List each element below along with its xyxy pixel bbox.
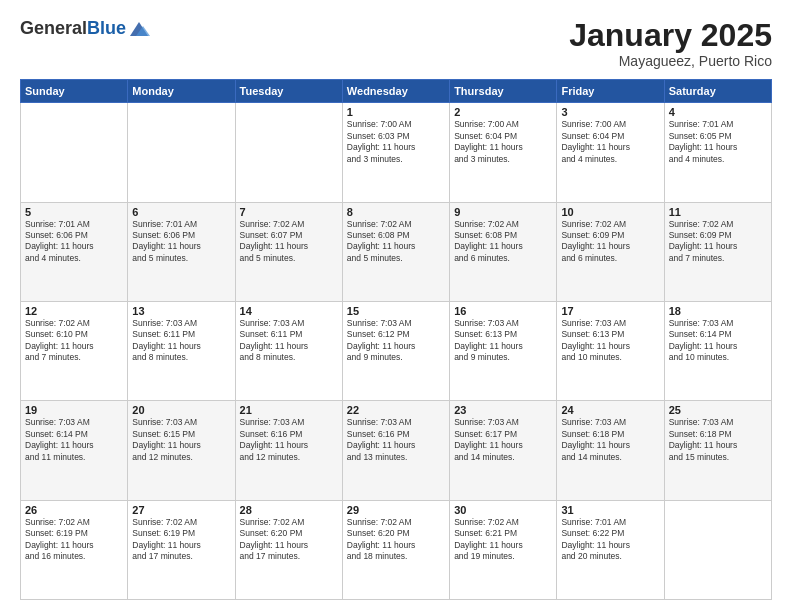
day-cell: 15Sunrise: 7:03 AM Sunset: 6:12 PM Dayli… [342, 301, 449, 400]
weekday-header-wednesday: Wednesday [342, 80, 449, 103]
day-info: Sunrise: 7:03 AM Sunset: 6:13 PM Dayligh… [561, 318, 659, 364]
location: Mayagueez, Puerto Rico [569, 53, 772, 69]
day-number: 1 [347, 106, 445, 118]
day-cell: 20Sunrise: 7:03 AM Sunset: 6:15 PM Dayli… [128, 401, 235, 500]
weekday-header-monday: Monday [128, 80, 235, 103]
day-cell: 14Sunrise: 7:03 AM Sunset: 6:11 PM Dayli… [235, 301, 342, 400]
day-cell: 13Sunrise: 7:03 AM Sunset: 6:11 PM Dayli… [128, 301, 235, 400]
day-number: 22 [347, 404, 445, 416]
page: GeneralBlue January 2025 Mayagueez, Puer… [0, 0, 792, 612]
day-cell: 5Sunrise: 7:01 AM Sunset: 6:06 PM Daylig… [21, 202, 128, 301]
day-number: 24 [561, 404, 659, 416]
day-number: 13 [132, 305, 230, 317]
day-info: Sunrise: 7:00 AM Sunset: 6:04 PM Dayligh… [454, 119, 552, 165]
week-row-1: 1Sunrise: 7:00 AM Sunset: 6:03 PM Daylig… [21, 103, 772, 202]
day-number: 19 [25, 404, 123, 416]
weekday-header-tuesday: Tuesday [235, 80, 342, 103]
weekday-header-thursday: Thursday [450, 80, 557, 103]
day-cell: 19Sunrise: 7:03 AM Sunset: 6:14 PM Dayli… [21, 401, 128, 500]
day-info: Sunrise: 7:02 AM Sunset: 6:08 PM Dayligh… [347, 219, 445, 265]
day-info: Sunrise: 7:03 AM Sunset: 6:11 PM Dayligh… [132, 318, 230, 364]
day-number: 16 [454, 305, 552, 317]
day-cell: 1Sunrise: 7:00 AM Sunset: 6:03 PM Daylig… [342, 103, 449, 202]
day-info: Sunrise: 7:02 AM Sunset: 6:19 PM Dayligh… [132, 517, 230, 563]
day-number: 7 [240, 206, 338, 218]
week-row-5: 26Sunrise: 7:02 AM Sunset: 6:19 PM Dayli… [21, 500, 772, 599]
day-cell: 31Sunrise: 7:01 AM Sunset: 6:22 PM Dayli… [557, 500, 664, 599]
day-info: Sunrise: 7:00 AM Sunset: 6:03 PM Dayligh… [347, 119, 445, 165]
day-info: Sunrise: 7:01 AM Sunset: 6:06 PM Dayligh… [132, 219, 230, 265]
day-number: 30 [454, 504, 552, 516]
day-cell: 9Sunrise: 7:02 AM Sunset: 6:08 PM Daylig… [450, 202, 557, 301]
day-number: 18 [669, 305, 767, 317]
day-info: Sunrise: 7:03 AM Sunset: 6:16 PM Dayligh… [347, 417, 445, 463]
day-cell: 2Sunrise: 7:00 AM Sunset: 6:04 PM Daylig… [450, 103, 557, 202]
day-cell [235, 103, 342, 202]
day-number: 23 [454, 404, 552, 416]
day-cell: 23Sunrise: 7:03 AM Sunset: 6:17 PM Dayli… [450, 401, 557, 500]
day-info: Sunrise: 7:02 AM Sunset: 6:09 PM Dayligh… [669, 219, 767, 265]
week-row-2: 5Sunrise: 7:01 AM Sunset: 6:06 PM Daylig… [21, 202, 772, 301]
day-info: Sunrise: 7:03 AM Sunset: 6:17 PM Dayligh… [454, 417, 552, 463]
day-info: Sunrise: 7:02 AM Sunset: 6:07 PM Dayligh… [240, 219, 338, 265]
day-cell: 10Sunrise: 7:02 AM Sunset: 6:09 PM Dayli… [557, 202, 664, 301]
day-cell: 12Sunrise: 7:02 AM Sunset: 6:10 PM Dayli… [21, 301, 128, 400]
week-row-4: 19Sunrise: 7:03 AM Sunset: 6:14 PM Dayli… [21, 401, 772, 500]
calendar-table: SundayMondayTuesdayWednesdayThursdayFrid… [20, 79, 772, 600]
day-info: Sunrise: 7:00 AM Sunset: 6:04 PM Dayligh… [561, 119, 659, 165]
day-number: 12 [25, 305, 123, 317]
day-number: 2 [454, 106, 552, 118]
day-info: Sunrise: 7:03 AM Sunset: 6:15 PM Dayligh… [132, 417, 230, 463]
day-info: Sunrise: 7:03 AM Sunset: 6:14 PM Dayligh… [669, 318, 767, 364]
day-cell: 21Sunrise: 7:03 AM Sunset: 6:16 PM Dayli… [235, 401, 342, 500]
day-info: Sunrise: 7:02 AM Sunset: 6:10 PM Dayligh… [25, 318, 123, 364]
day-cell: 11Sunrise: 7:02 AM Sunset: 6:09 PM Dayli… [664, 202, 771, 301]
day-number: 25 [669, 404, 767, 416]
day-cell: 7Sunrise: 7:02 AM Sunset: 6:07 PM Daylig… [235, 202, 342, 301]
day-number: 3 [561, 106, 659, 118]
day-info: Sunrise: 7:03 AM Sunset: 6:18 PM Dayligh… [561, 417, 659, 463]
day-cell: 8Sunrise: 7:02 AM Sunset: 6:08 PM Daylig… [342, 202, 449, 301]
day-number: 17 [561, 305, 659, 317]
day-info: Sunrise: 7:02 AM Sunset: 6:08 PM Dayligh… [454, 219, 552, 265]
day-number: 14 [240, 305, 338, 317]
day-cell: 29Sunrise: 7:02 AM Sunset: 6:20 PM Dayli… [342, 500, 449, 599]
day-info: Sunrise: 7:03 AM Sunset: 6:13 PM Dayligh… [454, 318, 552, 364]
day-number: 8 [347, 206, 445, 218]
day-number: 10 [561, 206, 659, 218]
day-number: 21 [240, 404, 338, 416]
day-cell: 30Sunrise: 7:02 AM Sunset: 6:21 PM Dayli… [450, 500, 557, 599]
day-number: 28 [240, 504, 338, 516]
week-row-3: 12Sunrise: 7:02 AM Sunset: 6:10 PM Dayli… [21, 301, 772, 400]
day-number: 15 [347, 305, 445, 317]
logo: GeneralBlue [20, 18, 150, 40]
day-info: Sunrise: 7:01 AM Sunset: 6:22 PM Dayligh… [561, 517, 659, 563]
day-cell: 3Sunrise: 7:00 AM Sunset: 6:04 PM Daylig… [557, 103, 664, 202]
day-cell: 17Sunrise: 7:03 AM Sunset: 6:13 PM Dayli… [557, 301, 664, 400]
header: GeneralBlue January 2025 Mayagueez, Puer… [20, 18, 772, 69]
day-number: 4 [669, 106, 767, 118]
weekday-header-row: SundayMondayTuesdayWednesdayThursdayFrid… [21, 80, 772, 103]
day-info: Sunrise: 7:03 AM Sunset: 6:16 PM Dayligh… [240, 417, 338, 463]
day-info: Sunrise: 7:02 AM Sunset: 6:09 PM Dayligh… [561, 219, 659, 265]
day-cell: 6Sunrise: 7:01 AM Sunset: 6:06 PM Daylig… [128, 202, 235, 301]
weekday-header-saturday: Saturday [664, 80, 771, 103]
day-cell [128, 103, 235, 202]
day-info: Sunrise: 7:01 AM Sunset: 6:06 PM Dayligh… [25, 219, 123, 265]
day-number: 31 [561, 504, 659, 516]
day-cell: 25Sunrise: 7:03 AM Sunset: 6:18 PM Dayli… [664, 401, 771, 500]
day-info: Sunrise: 7:02 AM Sunset: 6:21 PM Dayligh… [454, 517, 552, 563]
weekday-header-friday: Friday [557, 80, 664, 103]
day-number: 6 [132, 206, 230, 218]
day-info: Sunrise: 7:03 AM Sunset: 6:11 PM Dayligh… [240, 318, 338, 364]
day-cell [21, 103, 128, 202]
day-info: Sunrise: 7:02 AM Sunset: 6:19 PM Dayligh… [25, 517, 123, 563]
day-number: 11 [669, 206, 767, 218]
day-cell: 26Sunrise: 7:02 AM Sunset: 6:19 PM Dayli… [21, 500, 128, 599]
day-cell: 18Sunrise: 7:03 AM Sunset: 6:14 PM Dayli… [664, 301, 771, 400]
day-cell [664, 500, 771, 599]
weekday-header-sunday: Sunday [21, 80, 128, 103]
day-number: 26 [25, 504, 123, 516]
day-cell: 4Sunrise: 7:01 AM Sunset: 6:05 PM Daylig… [664, 103, 771, 202]
day-cell: 28Sunrise: 7:02 AM Sunset: 6:20 PM Dayli… [235, 500, 342, 599]
